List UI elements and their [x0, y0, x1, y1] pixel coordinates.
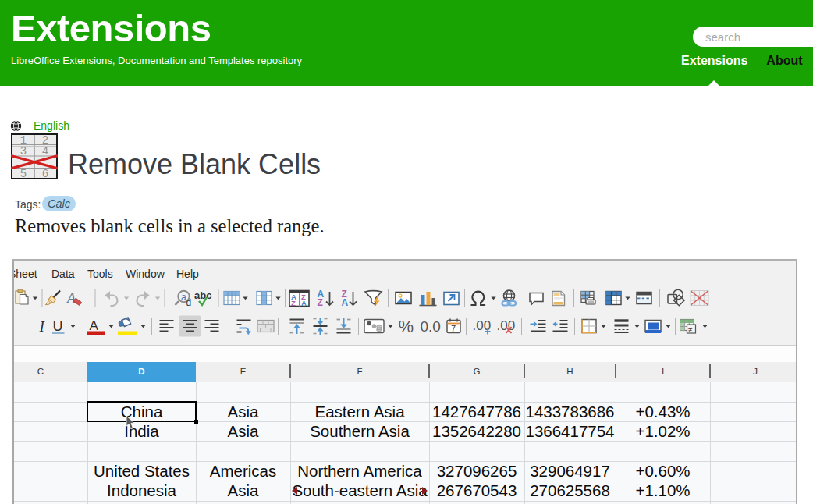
svg-text:I: I — [39, 318, 46, 335]
svg-text:Z: Z — [291, 299, 296, 307]
svg-text:≠: ≠ — [688, 325, 693, 334]
svg-text:.00: .00 — [497, 318, 516, 333]
svg-text:A: A — [90, 318, 99, 333]
svg-text:U: U — [53, 318, 63, 334]
svg-text:Z: Z — [318, 297, 323, 308]
svg-text:5: 5 — [20, 168, 27, 179]
svg-text:0.0: 0.0 — [421, 318, 441, 335]
svg-text:3: 3 — [20, 145, 27, 158]
svg-text:abc: abc — [194, 289, 211, 301]
svg-text:A: A — [66, 290, 76, 306]
svg-text:d: d — [186, 297, 192, 308]
svg-text:6: 6 — [42, 168, 48, 179]
svg-text:4: 4 — [42, 145, 48, 158]
svg-text:A: A — [301, 299, 307, 307]
svg-text:%: % — [399, 317, 414, 336]
svg-text:A: A — [342, 297, 349, 308]
svg-text:7: 7 — [451, 324, 456, 333]
